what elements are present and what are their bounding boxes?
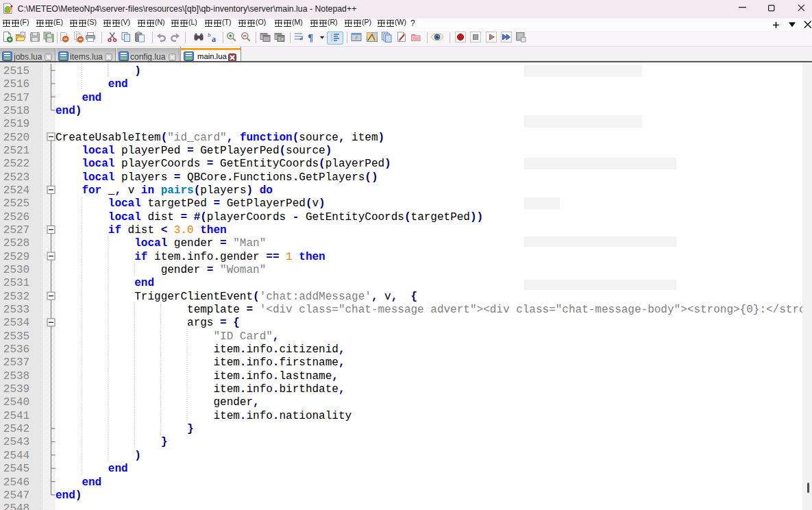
svg-text:¶: ¶ [308,32,313,42]
svg-text:a: a [212,34,216,42]
svg-text:b: b [208,32,211,38]
